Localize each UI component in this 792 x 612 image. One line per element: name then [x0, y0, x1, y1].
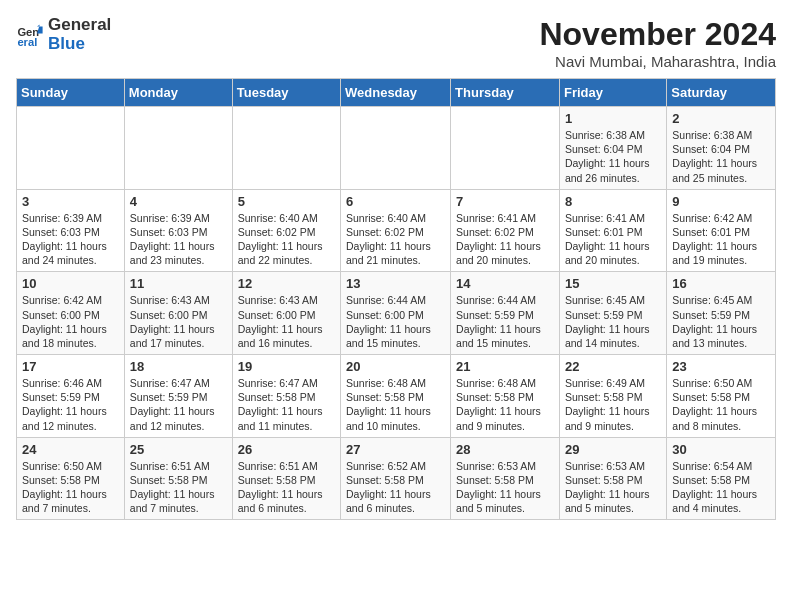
calendar-cell — [341, 107, 451, 190]
header-day-sunday: Sunday — [17, 79, 125, 107]
calendar-cell: 5Sunrise: 6:40 AMSunset: 6:02 PMDaylight… — [232, 189, 340, 272]
day-info: Sunrise: 6:46 AM — [22, 376, 119, 390]
day-number: 2 — [672, 111, 770, 126]
calendar-cell: 19Sunrise: 6:47 AMSunset: 5:58 PMDayligh… — [232, 355, 340, 438]
day-number: 15 — [565, 276, 661, 291]
day-number: 23 — [672, 359, 770, 374]
day-info: Sunrise: 6:54 AM — [672, 459, 770, 473]
header-day-tuesday: Tuesday — [232, 79, 340, 107]
day-info: Daylight: 11 hours and 23 minutes. — [130, 239, 227, 267]
day-info: Sunset: 6:01 PM — [565, 225, 661, 239]
day-number: 25 — [130, 442, 227, 457]
logo-text-general: General — [48, 16, 111, 35]
calendar-cell: 4Sunrise: 6:39 AMSunset: 6:03 PMDaylight… — [124, 189, 232, 272]
day-number: 12 — [238, 276, 335, 291]
day-number: 8 — [565, 194, 661, 209]
calendar-cell: 27Sunrise: 6:52 AMSunset: 5:58 PMDayligh… — [341, 437, 451, 520]
calendar-week-5: 24Sunrise: 6:50 AMSunset: 5:58 PMDayligh… — [17, 437, 776, 520]
day-info: Sunset: 5:59 PM — [672, 308, 770, 322]
day-info: Daylight: 11 hours and 5 minutes. — [456, 487, 554, 515]
logo: Gen eral General Blue — [16, 16, 111, 53]
day-info: Daylight: 11 hours and 12 minutes. — [130, 404, 227, 432]
calendar-cell: 18Sunrise: 6:47 AMSunset: 5:59 PMDayligh… — [124, 355, 232, 438]
day-info: Sunrise: 6:48 AM — [456, 376, 554, 390]
day-info: Sunset: 5:58 PM — [565, 473, 661, 487]
day-info: Sunrise: 6:38 AM — [672, 128, 770, 142]
day-number: 13 — [346, 276, 445, 291]
day-info: Daylight: 11 hours and 14 minutes. — [565, 322, 661, 350]
day-number: 24 — [22, 442, 119, 457]
day-number: 14 — [456, 276, 554, 291]
day-info: Daylight: 11 hours and 8 minutes. — [672, 404, 770, 432]
day-info: Daylight: 11 hours and 20 minutes. — [456, 239, 554, 267]
day-info: Sunset: 6:03 PM — [22, 225, 119, 239]
day-info: Sunset: 6:01 PM — [672, 225, 770, 239]
day-number: 10 — [22, 276, 119, 291]
day-info: Sunset: 6:02 PM — [238, 225, 335, 239]
calendar-cell: 26Sunrise: 6:51 AMSunset: 5:58 PMDayligh… — [232, 437, 340, 520]
calendar-cell: 21Sunrise: 6:48 AMSunset: 5:58 PMDayligh… — [451, 355, 560, 438]
day-info: Daylight: 11 hours and 18 minutes. — [22, 322, 119, 350]
calendar-cell: 14Sunrise: 6:44 AMSunset: 5:59 PMDayligh… — [451, 272, 560, 355]
calendar-subtitle: Navi Mumbai, Maharashtra, India — [539, 53, 776, 70]
day-info: Sunset: 5:58 PM — [238, 473, 335, 487]
day-info: Daylight: 11 hours and 17 minutes. — [130, 322, 227, 350]
day-info: Daylight: 11 hours and 7 minutes. — [22, 487, 119, 515]
calendar-cell: 12Sunrise: 6:43 AMSunset: 6:00 PMDayligh… — [232, 272, 340, 355]
svg-text:eral: eral — [17, 36, 37, 48]
calendar-cell: 25Sunrise: 6:51 AMSunset: 5:58 PMDayligh… — [124, 437, 232, 520]
day-number: 19 — [238, 359, 335, 374]
day-info: Sunset: 5:58 PM — [238, 390, 335, 404]
day-info: Sunset: 5:58 PM — [456, 390, 554, 404]
day-info: Sunset: 5:58 PM — [672, 473, 770, 487]
day-number: 5 — [238, 194, 335, 209]
day-number: 27 — [346, 442, 445, 457]
day-info: Daylight: 11 hours and 5 minutes. — [565, 487, 661, 515]
day-info: Sunset: 5:58 PM — [346, 390, 445, 404]
calendar-cell: 30Sunrise: 6:54 AMSunset: 5:58 PMDayligh… — [667, 437, 776, 520]
calendar-cell: 22Sunrise: 6:49 AMSunset: 5:58 PMDayligh… — [559, 355, 666, 438]
day-info: Sunrise: 6:50 AM — [22, 459, 119, 473]
calendar-cell: 17Sunrise: 6:46 AMSunset: 5:59 PMDayligh… — [17, 355, 125, 438]
calendar-cell: 8Sunrise: 6:41 AMSunset: 6:01 PMDaylight… — [559, 189, 666, 272]
header-day-monday: Monday — [124, 79, 232, 107]
day-info: Daylight: 11 hours and 15 minutes. — [456, 322, 554, 350]
day-info: Sunrise: 6:45 AM — [565, 293, 661, 307]
day-info: Sunrise: 6:47 AM — [238, 376, 335, 390]
calendar-cell: 23Sunrise: 6:50 AMSunset: 5:58 PMDayligh… — [667, 355, 776, 438]
day-number: 26 — [238, 442, 335, 457]
calendar-cell: 10Sunrise: 6:42 AMSunset: 6:00 PMDayligh… — [17, 272, 125, 355]
day-info: Daylight: 11 hours and 10 minutes. — [346, 404, 445, 432]
day-info: Sunrise: 6:42 AM — [22, 293, 119, 307]
day-info: Sunset: 5:59 PM — [456, 308, 554, 322]
day-info: Sunrise: 6:52 AM — [346, 459, 445, 473]
day-info: Sunset: 6:02 PM — [456, 225, 554, 239]
day-info: Sunset: 5:58 PM — [565, 390, 661, 404]
calendar-week-2: 3Sunrise: 6:39 AMSunset: 6:03 PMDaylight… — [17, 189, 776, 272]
day-info: Daylight: 11 hours and 16 minutes. — [238, 322, 335, 350]
calendar-cell: 20Sunrise: 6:48 AMSunset: 5:58 PMDayligh… — [341, 355, 451, 438]
day-info: Sunset: 5:58 PM — [346, 473, 445, 487]
day-info: Sunrise: 6:49 AM — [565, 376, 661, 390]
calendar-cell: 7Sunrise: 6:41 AMSunset: 6:02 PMDaylight… — [451, 189, 560, 272]
calendar-title: November 2024 — [539, 16, 776, 53]
day-info: Sunrise: 6:39 AM — [22, 211, 119, 225]
day-info: Daylight: 11 hours and 25 minutes. — [672, 156, 770, 184]
day-number: 3 — [22, 194, 119, 209]
header: Gen eral General Blue November 2024 Navi… — [16, 16, 776, 70]
calendar-cell: 6Sunrise: 6:40 AMSunset: 6:02 PMDaylight… — [341, 189, 451, 272]
calendar-cell: 29Sunrise: 6:53 AMSunset: 5:58 PMDayligh… — [559, 437, 666, 520]
day-info: Sunset: 6:02 PM — [346, 225, 445, 239]
calendar-cell: 24Sunrise: 6:50 AMSunset: 5:58 PMDayligh… — [17, 437, 125, 520]
day-info: Sunrise: 6:43 AM — [130, 293, 227, 307]
header-day-saturday: Saturday — [667, 79, 776, 107]
calendar-cell: 11Sunrise: 6:43 AMSunset: 6:00 PMDayligh… — [124, 272, 232, 355]
calendar-cell: 28Sunrise: 6:53 AMSunset: 5:58 PMDayligh… — [451, 437, 560, 520]
calendar-cell: 16Sunrise: 6:45 AMSunset: 5:59 PMDayligh… — [667, 272, 776, 355]
day-info: Daylight: 11 hours and 20 minutes. — [565, 239, 661, 267]
day-info: Daylight: 11 hours and 6 minutes. — [238, 487, 335, 515]
day-info: Sunset: 5:58 PM — [130, 473, 227, 487]
calendar-cell — [232, 107, 340, 190]
day-number: 16 — [672, 276, 770, 291]
day-info: Sunrise: 6:40 AM — [346, 211, 445, 225]
